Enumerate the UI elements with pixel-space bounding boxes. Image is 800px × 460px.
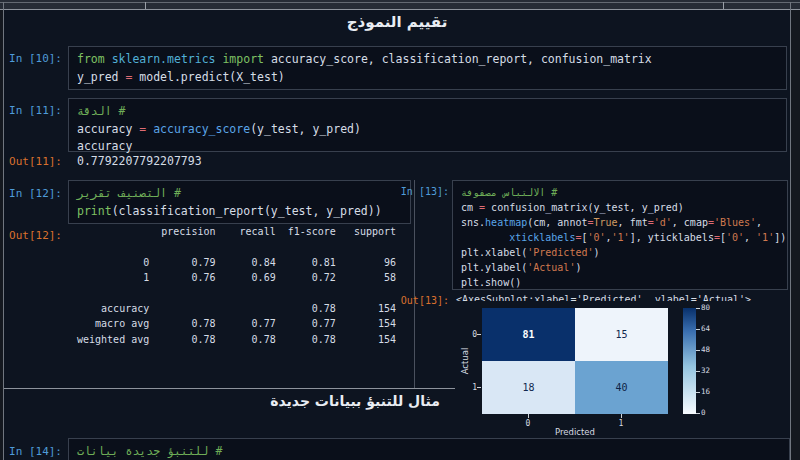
heatmap-cell-11: 40 [575, 361, 668, 414]
top-strip-line [0, 2, 800, 3]
code-line: الالتباس مصفوفة # [461, 185, 787, 200]
prompt-in13: In [13]: [390, 186, 449, 197]
x-tickmark [621, 414, 622, 418]
prompt-out13: Out[13]: [390, 295, 449, 306]
top-strip-cell-edge [723, 2, 724, 9]
prompt-out11: Out[11]: [8, 155, 62, 168]
x-axis-label: Predicted [515, 427, 635, 437]
code-line: cm = confusion_matrix(y_test, y_pred) [461, 200, 787, 215]
confusion-matrix-figure: 81 15 18 40 0 1 0 1 Predicted Actual 80 … [455, 301, 790, 437]
code-line: الدقة # [77, 103, 786, 121]
colorbar-tickmark [696, 413, 700, 414]
code-cell-in11[interactable]: الدقة # accuracy = accuracy_score(y_test… [68, 98, 787, 152]
top-strip-cell-edge [145, 2, 146, 9]
code-line: print(classification_report(y_test, y_pr… [77, 203, 410, 221]
y-axis-label: Actual [460, 331, 470, 391]
heatmap-cell-10: 18 [482, 361, 575, 414]
code-line: plt.xlabel('Predicted') [461, 245, 787, 260]
heatmap-axes: 81 15 18 40 [482, 308, 668, 414]
code-line: accuracy [77, 138, 786, 156]
notebook-page: { "page": { "title_top": "تقييم النموذج"… [0, 0, 800, 460]
classification-report: precision recall f1-score support 0 0.79… [77, 224, 396, 347]
x-tickmark [528, 414, 529, 418]
colorbar [683, 308, 696, 414]
code-cell-in14[interactable]: للتنبؤ جديدة بيانات # [68, 438, 790, 460]
code-cell-in13[interactable]: الالتباس مصفوفة # cm = confusion_matrix(… [452, 180, 788, 290]
colorbar-tick-label: 32 [701, 366, 719, 376]
colorbar-tickmark [696, 308, 700, 309]
prompt-in10: In [10]: [8, 52, 62, 65]
column-divider [414, 180, 415, 388]
y-tickmark [477, 334, 481, 335]
heatmap-cell-00: 81 [482, 308, 575, 361]
panel-right-border [790, 2, 791, 460]
code-line: plt.show() [461, 275, 787, 290]
y-tickmark [477, 387, 481, 388]
prompt-in14: In [14]: [8, 445, 62, 458]
colorbar-tickmark [696, 371, 700, 372]
code-line: plt.ylabel('Actual') [461, 260, 787, 275]
page-title: تقييم النموذج [4, 13, 790, 31]
code-line: sns.heatmap(cm, annot=True, fmt='d', cma… [461, 215, 787, 230]
colorbar-tick-label: 48 [701, 345, 719, 355]
code-line: للتنبؤ جديدة بيانات # [77, 443, 789, 460]
colorbar-tickmark [696, 350, 700, 351]
prompt-in12: In [12]: [8, 187, 62, 200]
prompt-out12: Out[12]: [8, 229, 62, 242]
colorbar-tick-label: 64 [701, 324, 719, 334]
colorbar-tickmark [696, 329, 700, 330]
code-cell-in10[interactable]: from sklearn.metrics import accuracy_sco… [68, 46, 787, 90]
colorbar-tick-label: 80 [701, 303, 719, 313]
code-cell-in12[interactable]: التصنيف تقرير # print(classification_rep… [68, 180, 411, 224]
colorbar-tickmark [696, 392, 700, 393]
colorbar-tick-label: 0 [701, 408, 719, 418]
code-line: from sklearn.metrics import accuracy_sco… [77, 51, 786, 69]
heatmap-cell-01: 15 [575, 308, 668, 361]
code-line: accuracy = accuracy_score(y_test, y_pred… [77, 121, 786, 139]
colorbar-tick-label: 16 [701, 387, 719, 397]
code-line: y_pred = model.predict(X_test) [77, 69, 786, 87]
code-line: التصنيف تقرير # [77, 185, 410, 203]
prompt-in11: In [11]: [8, 104, 62, 117]
output-accuracy-value: 0.7792207792207793 [77, 154, 202, 168]
code-line: xticklabels=['0','1'], yticklabels=['0',… [461, 230, 787, 245]
